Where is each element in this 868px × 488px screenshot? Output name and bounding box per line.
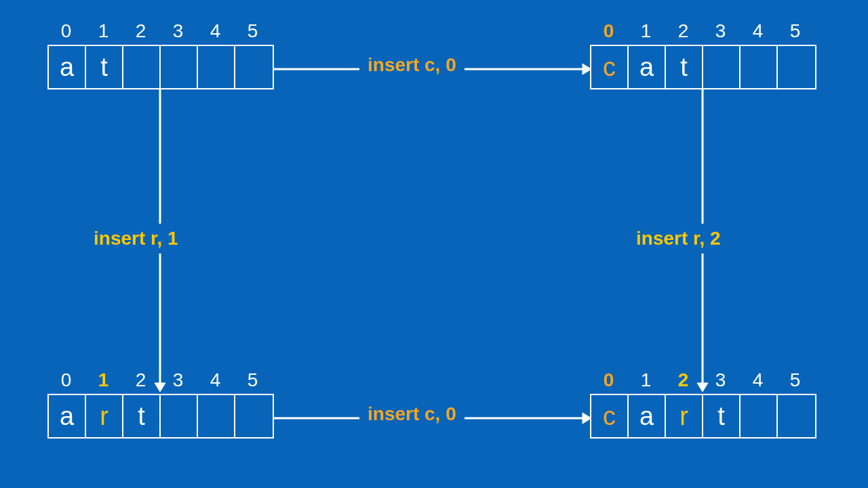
cells-row: cart (590, 394, 816, 439)
index-label: 1 (627, 20, 665, 42)
cell (235, 46, 273, 88)
index-label: 3 (159, 20, 197, 42)
cell (161, 395, 198, 437)
index-label: 4 (739, 369, 776, 391)
array-top-left: 012345 at (47, 20, 274, 89)
index-label: 2 (665, 20, 702, 42)
cell: a (629, 46, 666, 88)
index-label: 1 (627, 369, 665, 391)
index-label: 5 (776, 20, 814, 42)
cell: c (591, 395, 629, 437)
cell (741, 46, 778, 88)
index-label: 2 (122, 20, 159, 42)
index-label: 0 (47, 20, 85, 42)
cell (741, 395, 778, 437)
cell: r (666, 395, 703, 437)
svg-marker-7 (697, 383, 708, 392)
index-label: 4 (197, 20, 234, 42)
cell: r (86, 395, 123, 437)
indices-row: 012345 (47, 20, 274, 42)
array-top-right: 012345 cat (590, 20, 816, 89)
cells-row: cat (590, 45, 816, 89)
index-label: 4 (739, 20, 776, 42)
cell (778, 46, 815, 88)
op-label-top: insert c, 0 (359, 54, 465, 76)
cell (703, 46, 741, 88)
cells-row: at (47, 45, 274, 89)
cell: a (629, 395, 666, 437)
index-label: 0 (590, 20, 627, 42)
index-label: 1 (85, 369, 122, 391)
cell (198, 395, 235, 437)
index-label: 5 (234, 20, 271, 42)
op-label-right: insert r, 2 (636, 224, 721, 253)
index-label: 5 (776, 369, 814, 391)
cell (123, 46, 161, 88)
cell: t (666, 46, 703, 88)
cell (235, 395, 273, 437)
index-label: 1 (85, 20, 122, 42)
cell: t (703, 395, 741, 437)
svg-marker-5 (155, 383, 165, 392)
cell (778, 395, 815, 437)
cell (161, 46, 198, 88)
index-label: 3 (702, 20, 739, 42)
op-label-left: insert r, 1 (94, 224, 178, 253)
svg-marker-1 (583, 64, 591, 75)
index-label: 0 (590, 369, 627, 391)
svg-marker-3 (583, 413, 591, 424)
op-label-bottom: insert c, 0 (359, 403, 465, 425)
cell: c (591, 46, 629, 88)
cells-row: art (47, 394, 274, 439)
index-label: 0 (47, 369, 85, 391)
index-label: 5 (234, 369, 271, 391)
cell: t (86, 46, 123, 88)
cell: a (49, 395, 86, 437)
cell (198, 46, 235, 88)
cell: a (49, 46, 86, 88)
indices-row: 012345 (590, 20, 816, 42)
index-label: 4 (197, 369, 234, 391)
cell: t (123, 395, 161, 437)
